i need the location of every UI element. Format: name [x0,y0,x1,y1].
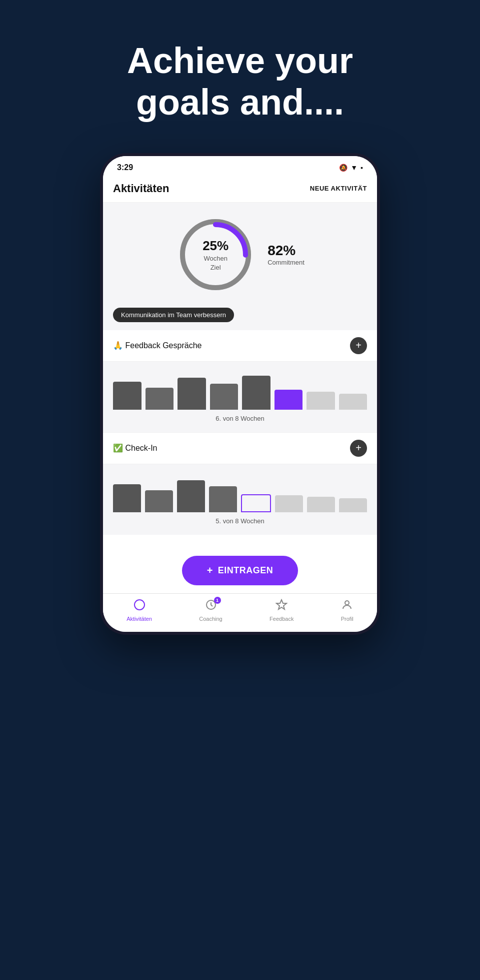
bar-4 [210,384,238,410]
weekly-percent: 25% [202,238,228,253]
profil-icon [341,599,353,614]
activity2-chart: 5. von 8 Wochen [103,464,377,535]
nav-coaching[interactable]: 1 Coaching [199,599,222,622]
phone-screen: 3:29 🔕 ▼ ▪ Aktivitäten NEUE AKTIVITÄT 25 [103,156,377,632]
status-icons: 🔕 ▼ ▪ [339,164,363,172]
bar-7 [306,392,335,410]
eintragen-label: EINTRAGEN [218,565,274,576]
nav-coaching-label: Coaching [199,616,222,622]
activity2-header: ✅ Check-In + [103,432,377,464]
bar2-8 [339,498,367,512]
bar2-7 [307,497,335,512]
headline-line1: Achieve your [127,41,353,81]
nav-profil[interactable]: Profil [341,599,354,622]
bottom-nav: Aktivitäten 1 Coaching Fe [103,593,377,632]
nav-feedback-label: Feedback [270,616,294,622]
activity2-emoji: ✅ [113,444,123,452]
svg-point-5 [345,601,349,605]
bar-8 [339,394,368,410]
activity2-bars [113,472,367,512]
bar2-4 [209,486,237,512]
headline-line2: goals and.... [136,82,344,122]
bar2-1 [113,484,141,512]
phone-frame: 3:29 🔕 ▼ ▪ Aktivitäten NEUE AKTIVITÄT 25 [100,153,380,635]
eintragen-row: + EINTRAGEN [103,550,377,593]
activity1-title: 🙏 Feedback Gespräche [113,341,202,350]
activity1-emoji: 🙏 [113,341,123,350]
activity1-add-button[interactable]: + [350,337,367,354]
activity1-bars [113,370,367,410]
app-title: Aktivitäten [113,182,169,195]
activity2-title: ✅ Check-In [113,443,157,453]
nav-profil-label: Profil [341,616,354,622]
bottom-spacer [103,535,377,550]
wifi-icon: ▼ [350,164,358,172]
activity1-section: 🙏 Feedback Gespräche + 6. von 8 Wochen [103,330,377,432]
nav-aktivitaten[interactable]: Aktivitäten [126,599,152,622]
goal-tag-row: Kommunikation im Team verbessern [103,305,377,330]
progress-section: 25% Wochen Ziel 82% Commitment [103,203,377,305]
eintragen-button[interactable]: + EINTRAGEN [182,556,298,585]
bar2-6 [275,495,303,512]
bar-6 [274,390,303,410]
feedback-icon [276,599,288,614]
neue-aktivitat-button[interactable]: NEUE AKTIVITÄT [310,185,367,192]
nav-feedback[interactable]: Feedback [270,599,294,622]
app-header: Aktivitäten NEUE AKTIVITÄT [103,176,377,203]
bar-5 [242,376,270,410]
plus-icon: + [207,565,213,576]
bar2-2 [145,490,173,512]
weekly-label: Wochen Ziel [204,254,227,271]
page-headline: Achieve your goals and.... [97,40,383,123]
status-time: 3:29 [117,163,133,172]
status-bar: 3:29 🔕 ▼ ▪ [103,156,377,176]
coaching-icon: 1 [205,599,217,614]
commitment-value: 82% [268,243,304,259]
mute-icon: 🔕 [339,164,348,172]
commitment-label: Commitment [268,259,304,266]
activity2-add-button[interactable]: + [350,440,367,457]
bar-1 [113,382,142,410]
nav-aktivitaten-label: Aktivitäten [126,616,152,622]
activity1-bar-label: 6. von 8 Wochen [113,415,367,422]
activity1-header: 🙏 Feedback Gespräche + [103,330,377,362]
goal-tag: Kommunikation im Team verbessern [113,308,234,322]
commitment-info: 82% Commitment [268,243,304,266]
bar-3 [178,378,206,410]
bar2-3 [177,480,205,512]
aktivitaten-icon [134,599,146,614]
battery-icon: ▪ [360,164,363,172]
progress-circle: 25% Wochen Ziel [176,215,256,295]
activity2-bar-label: 5. von 8 Wochen [113,517,367,525]
circle-text: 25% Wochen Ziel [202,238,228,271]
svg-marker-4 [276,600,286,609]
bar2-5 [241,494,271,512]
activity2-section: ✅ Check-In + 5. von 8 Wochen [103,432,377,535]
coaching-badge: 1 [214,597,221,604]
activity1-chart: 6. von 8 Wochen [103,362,377,432]
bar-2 [146,388,174,410]
